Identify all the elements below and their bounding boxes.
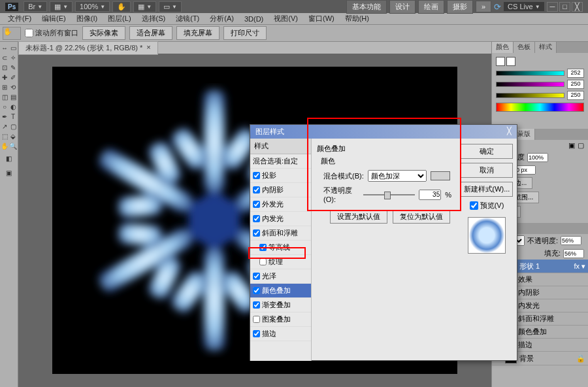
crop-tool[interactable]: ⊡ — [1, 63, 9, 73]
menu-filter[interactable]: 滤镜(T) — [171, 14, 204, 24]
blend-mode-select-dialog[interactable]: 颜色加深 — [368, 170, 427, 182]
marquee-tool[interactable]: ▭ — [9, 43, 18, 53]
stamp-tool[interactable]: ⊞ — [1, 82, 9, 92]
menu-select[interactable]: 选择(S) — [137, 14, 171, 24]
style-item-bevel[interactable]: 斜面和浮雕 — [250, 226, 311, 241]
view-dropdown[interactable]: ▦ ▼ — [133, 1, 156, 12]
dialog-titlebar[interactable]: 图层样式 ╳ — [250, 125, 517, 139]
heal-tool[interactable]: ✚ — [1, 73, 9, 82]
menu-view[interactable]: 视图(V) — [269, 14, 303, 24]
fg-swatch[interactable] — [496, 57, 505, 66]
b-slider[interactable] — [496, 93, 564, 98]
vector-mask-icon[interactable]: ▢ — [578, 141, 584, 150]
tab-color[interactable]: 颜色 — [492, 42, 514, 53]
workspace-more[interactable]: » — [476, 1, 491, 12]
layout-dropdown[interactable]: ▦ ▼ — [50, 1, 73, 12]
dodge-tool[interactable]: ◐ — [9, 102, 18, 112]
menu-layer[interactable]: 图层(L) — [103, 14, 136, 24]
dialog-opacity-input[interactable] — [419, 190, 441, 200]
preview-checkbox[interactable]: 预览(V) — [470, 201, 504, 210]
workspace-draw[interactable]: 绘画 — [418, 0, 444, 14]
current-tool-icon[interactable]: ✋ — [3, 27, 21, 40]
hand-tool[interactable]: ✋ — [1, 141, 9, 151]
menu-3d[interactable]: 3D(D) — [239, 15, 269, 23]
menu-image[interactable]: 图像(I) — [71, 14, 103, 24]
menu-window[interactable]: 窗口(W) — [303, 14, 340, 24]
spectrum-bar[interactable] — [496, 103, 584, 112]
workspace-basic[interactable]: 基本功能 — [346, 0, 387, 14]
new-style-button[interactable]: 新建样式(W)... — [461, 182, 513, 197]
b-value[interactable]: 250 — [567, 91, 584, 100]
pen-tool[interactable]: ✒ — [1, 112, 9, 122]
style-item-dropshadow[interactable]: 投影 — [250, 169, 311, 183]
menu-analysis[interactable]: 分析(A) — [204, 14, 239, 24]
maximize-button[interactable]: □ — [559, 2, 570, 12]
cslive-dropdown[interactable]: CS Live ▼ — [504, 2, 544, 11]
dialog-close-button[interactable]: ╳ — [507, 127, 512, 137]
reset-default-button[interactable]: 复位为默认值 — [393, 210, 450, 224]
style-item-innerglow[interactable]: 内发光 — [250, 212, 311, 226]
bridge-dropdown[interactable]: Br ▼ — [24, 1, 47, 12]
cancel-button[interactable]: 取消 — [461, 163, 513, 178]
dialog-opacity-slider[interactable] — [363, 194, 415, 195]
g-slider[interactable] — [496, 82, 564, 87]
type-tool[interactable]: T — [9, 112, 18, 122]
blur-tool[interactable]: ○ — [1, 102, 9, 112]
tab-style[interactable]: 样式 — [535, 42, 557, 53]
history-brush-tool[interactable]: ⟲ — [9, 82, 18, 92]
document-tab-close[interactable]: × — [146, 43, 150, 53]
fit-screen-button[interactable]: 适合屏幕 — [129, 26, 172, 40]
quickmask-toggle[interactable]: ▣ — [1, 165, 18, 180]
scroll-all-checkbox[interactable]: 滚动所有窗口 — [25, 28, 78, 38]
style-item-texture[interactable]: 纹理 — [250, 255, 311, 269]
g-value[interactable]: 250 — [567, 80, 584, 89]
brush-tool[interactable]: ✐ — [9, 73, 18, 82]
workspace-photo[interactable]: 摄影 — [447, 0, 473, 14]
3d-tool[interactable]: ⬚ — [1, 131, 9, 141]
workspace-design[interactable]: 设计 — [389, 0, 416, 14]
style-item-coloroverlay[interactable]: 颜色叠加 — [250, 284, 311, 298]
screen-mode-dropdown[interactable]: ▭ ▼ — [159, 1, 182, 12]
style-item-stroke[interactable]: 描边 — [250, 327, 311, 341]
overlay-color-swatch[interactable] — [431, 171, 450, 180]
layer-opacity-input[interactable] — [561, 236, 581, 245]
gradient-tool[interactable]: ▤ — [9, 92, 18, 102]
mask-opacity-input[interactable] — [527, 153, 548, 162]
eyedropper-tool[interactable]: ✎ — [9, 63, 18, 73]
refresh-icon[interactable]: ⟳ — [494, 2, 501, 12]
color-swap-icon[interactable]: ◧ — [1, 151, 18, 165]
style-item-satin[interactable]: 光泽 — [250, 269, 311, 284]
r-slider[interactable] — [496, 71, 564, 76]
move-tool[interactable]: ↔ — [1, 43, 9, 53]
menu-help[interactable]: 帮助(H) — [340, 14, 374, 24]
bg-swatch[interactable] — [506, 57, 515, 66]
lasso-tool[interactable]: ⊂ — [1, 53, 9, 63]
minimize-button[interactable]: ─ — [547, 2, 559, 12]
feather-input[interactable] — [515, 165, 536, 175]
path-tool[interactable]: ↗ — [1, 122, 9, 131]
pixel-mask-icon[interactable]: ▣ — [568, 141, 575, 150]
style-item-gradientoverlay[interactable]: 渐变叠加 — [250, 298, 311, 312]
zoom-dropdown[interactable]: 100% ▼ — [75, 1, 110, 12]
tab-swatch[interactable]: 色板 — [514, 42, 535, 53]
wand-tool[interactable]: ✧ — [9, 53, 18, 63]
document-tab[interactable]: 未标题-1 @ 22.2% (形状 1, RGB/8) * × — [18, 41, 158, 55]
ok-button[interactable]: 确定 — [461, 144, 513, 159]
zoom-tool[interactable]: 🔍 — [9, 141, 18, 151]
style-item-outerglow[interactable]: 外发光 — [250, 197, 311, 212]
style-item-contour[interactable]: 等高线 — [250, 241, 311, 255]
shape-tool[interactable]: ▢ — [9, 122, 18, 131]
style-blending-options[interactable]: 混合选项:自定 — [250, 154, 311, 169]
set-default-button[interactable]: 设置为默认值 — [330, 210, 387, 224]
hand-tool-icon[interactable]: ✋ — [112, 1, 131, 12]
style-item-innershadow[interactable]: 内阴影 — [250, 183, 311, 197]
fill-input[interactable] — [563, 249, 584, 258]
3d-cam-tool[interactable]: ⬙ — [9, 131, 18, 141]
menu-file[interactable]: 文件(F) — [3, 14, 37, 24]
menu-edit[interactable]: 编辑(E) — [37, 14, 71, 24]
close-button[interactable]: ╳ — [572, 2, 583, 12]
print-size-button[interactable]: 打印尺寸 — [223, 26, 267, 40]
r-value[interactable]: 252 — [567, 69, 584, 78]
actual-pixels-button[interactable]: 实际像素 — [82, 26, 125, 40]
style-item-patternoverlay[interactable]: 图案叠加 — [250, 312, 311, 327]
